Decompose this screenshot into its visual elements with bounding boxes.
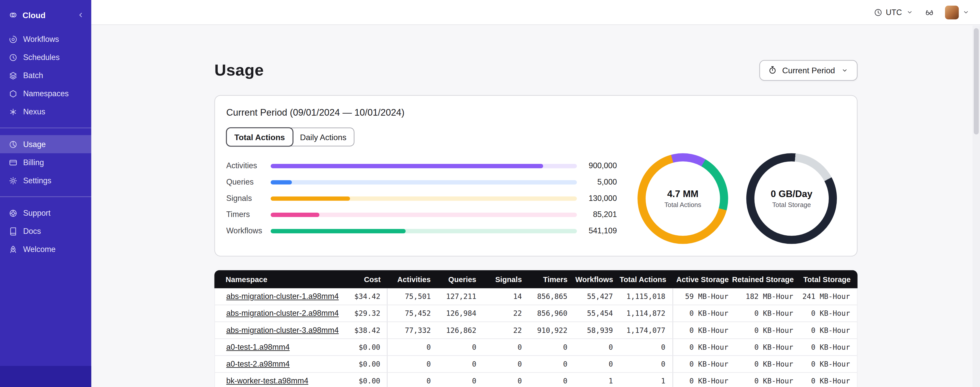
column-header-queries: Queries (438, 270, 483, 288)
cell-value: 0 (472, 343, 476, 352)
cell-cost: $38.42 (343, 322, 388, 339)
cell-value: 0 (426, 343, 431, 352)
sidebar-item-settings[interactable]: Settings (0, 171, 91, 189)
table-header-row: NamespaceCostActivitiesQueriesSignalsTim… (214, 270, 857, 288)
sidebar-item-usage[interactable]: Usage (0, 135, 91, 153)
cell-value: 910,922 (537, 326, 568, 335)
scrollbar[interactable] (973, 26, 980, 387)
sidebar-item-docs[interactable]: Docs (0, 222, 91, 240)
sidebar-item-namespaces[interactable]: Namespaces (0, 85, 91, 102)
namespace-link[interactable]: abs-migration-cluster-3.a98mm4 (226, 326, 339, 335)
bar-label: Workflows (226, 226, 270, 235)
bar-row-signals: Signals130,000 (226, 190, 617, 206)
cell-workflows: 55,427 (574, 288, 620, 305)
cell-value: 55,454 (587, 309, 613, 318)
column-header-retained-storage: Retained Storage (736, 270, 801, 288)
cell-workflows: 1 (574, 373, 620, 387)
cell-value: 0 KB-Hour (811, 309, 850, 318)
cell-value: 0 KB-Hour (689, 309, 729, 318)
sidebar-item-label: Support (23, 209, 51, 217)
namespace-link[interactable]: a0-test-2.a98mm4 (226, 360, 290, 368)
sidebar-item-label: Usage (23, 140, 46, 149)
period-dropdown[interactable]: Current Period (760, 60, 858, 80)
tab-daily-actions[interactable]: Daily Actions (292, 128, 354, 146)
cell-cost: $0.00 (343, 339, 388, 355)
timezone-selector[interactable]: UTC (874, 8, 914, 17)
sidebar-item-label: Namespaces (23, 89, 69, 98)
cell-value: 0 KB-Hour (754, 377, 793, 385)
sidebar: Cloud WorkflowsSchedulesBatchNamespacesN… (0, 0, 91, 387)
period-dropdown-label: Current Period (782, 66, 835, 75)
donut-charts: 4.7 MM Total Actions 0 GB/Day Total Stor… (638, 153, 846, 243)
user-menu[interactable] (945, 5, 970, 19)
sidebar-item-workflows[interactable]: Workflows (0, 30, 91, 48)
glasses-icon[interactable] (925, 8, 934, 17)
sidebar-item-label: Settings (23, 176, 51, 185)
bar-fill (270, 180, 292, 184)
cell-value: 0 (517, 377, 522, 385)
clock-icon (9, 53, 18, 62)
namespace-link[interactable]: bk-worker-test.a98mm4 (226, 377, 309, 385)
cell-queries: 0 (438, 356, 484, 372)
cell-cost: $34.42 (343, 288, 388, 305)
namespace-link[interactable]: a0-test-1.a98mm4 (226, 343, 290, 352)
cell-total-storage: 241 MB-Hour (800, 288, 857, 305)
clock-icon (874, 8, 883, 17)
table-body: abs-migration-cluster-1.a98mm4$34.4275,5… (214, 288, 857, 387)
namespace-usage-table: NamespaceCostActivitiesQueriesSignalsTim… (214, 270, 857, 387)
sidebar-item-batch[interactable]: Batch (0, 66, 91, 85)
bar-value: 5,000 (577, 178, 617, 186)
cell-namespace: abs-migration-cluster-1.a98mm4 (215, 288, 343, 305)
sidebar-item-welcome[interactable]: Welcome (0, 240, 91, 258)
column-header-activities: Activities (387, 270, 438, 288)
sidebar-divider (0, 196, 91, 197)
lifebuoy-icon (9, 209, 18, 217)
scrollbar-thumb[interactable] (974, 28, 979, 134)
chevron-down-icon (905, 8, 914, 17)
user-avatar (945, 5, 959, 19)
sidebar-collapse-button[interactable] (76, 11, 85, 19)
cell-queries: 0 (438, 373, 484, 387)
cell-total-storage: 0 KB-Hour (800, 373, 857, 387)
cell-value: 0 (563, 377, 568, 385)
bar-label: Signals (226, 194, 270, 203)
sidebar-item-label: Welcome (23, 245, 56, 253)
cell-active-storage: 0 KB-Hour (673, 373, 735, 387)
cell-value: $29.32 (354, 309, 380, 318)
sidebar-item-label: Schedules (23, 53, 60, 62)
bar-label: Queries (226, 178, 270, 186)
sidebar-item-label: Batch (23, 71, 43, 80)
sidebar-item-billing[interactable]: Billing (0, 153, 91, 171)
app-window: Usage Current Period Current Period (09/… (0, 0, 980, 387)
cell-value: 126,862 (446, 326, 476, 335)
cell-workflows: 58,939 (574, 322, 620, 339)
cell-workflows: 0 (574, 356, 620, 372)
sidebar-item-nexus[interactable]: Nexus (0, 102, 91, 121)
cell-signals: 0 (483, 373, 529, 387)
cell-value: 1,114,872 (627, 309, 665, 318)
sidebar-item-support[interactable]: Support (0, 204, 91, 222)
column-header-workflows: Workflows (574, 270, 620, 288)
cell-cost: $0.00 (343, 356, 388, 372)
main-area: Usage Current Period Current Period (09/… (91, 25, 980, 387)
cell-value: 0 (609, 360, 613, 368)
usage-summary-card: Current Period (09/01/2024 — 10/01/2024)… (214, 95, 857, 256)
cell-value: 14 (513, 292, 522, 301)
workflows-icon (9, 35, 18, 43)
actions-bar-chart: Activities900,000Queries5,000Signals130,… (226, 158, 617, 239)
cell-retained-storage: 0 KB-Hour (735, 339, 800, 355)
gear-icon (9, 176, 18, 185)
chevron-down-icon (961, 8, 970, 17)
column-header-total-storage: Total Storage (801, 270, 858, 288)
namespace-link[interactable]: abs-migration-cluster-2.a98mm4 (226, 309, 339, 318)
cell-retained-storage: 0 KB-Hour (735, 305, 800, 321)
cell-value: $34.42 (354, 292, 380, 301)
cell-timers: 0 (529, 339, 574, 355)
tab-total-actions[interactable]: Total Actions (227, 128, 292, 146)
cell-value: 0 KB-Hour (754, 326, 793, 335)
column-header-cost: Cost (342, 270, 387, 288)
namespace-link[interactable]: abs-migration-cluster-1.a98mm4 (226, 292, 339, 301)
bar-track (270, 213, 577, 217)
sidebar-item-schedules[interactable]: Schedules (0, 48, 91, 66)
sidebar-divider (0, 128, 91, 128)
